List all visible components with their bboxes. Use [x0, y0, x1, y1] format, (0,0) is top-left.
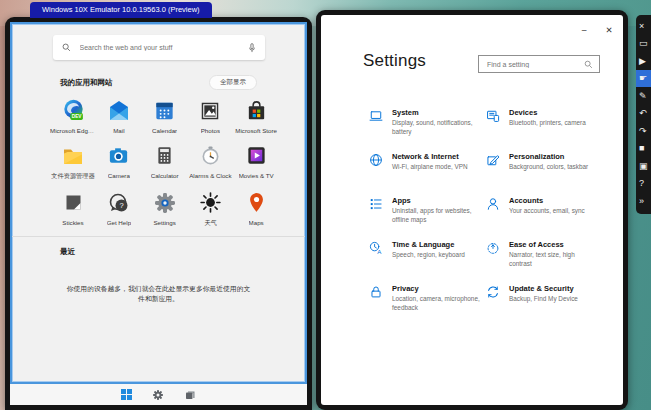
- category-title: Personalization: [509, 152, 588, 161]
- category-desc: Background, colors, taskbar: [509, 163, 588, 172]
- window-controls: – ✕: [578, 25, 615, 35]
- app-tile-settings[interactable]: Settings: [142, 190, 188, 228]
- movies-tv-icon: [244, 143, 269, 168]
- category-privacy[interactable]: Privacy Location, camera, microphone, fe…: [369, 284, 486, 314]
- undo-icon[interactable]: ↶: [636, 105, 651, 123]
- start-menu-panel: 我的应用和网站 全部显示 DEV Microsoft Edge ... Mail…: [10, 22, 307, 384]
- category-apps[interactable]: Apps Uninstall, apps for websites, offli…: [369, 196, 486, 226]
- app-label: 文件资源管理器: [51, 172, 94, 181]
- app-grid: DEV Microsoft Edge ... Mail Calendar Pho…: [50, 98, 279, 228]
- mail-icon: [106, 98, 131, 123]
- hand-pan-icon[interactable]: ☛: [636, 70, 651, 88]
- camera-icon: [106, 143, 131, 168]
- app-tile-file-explorer[interactable]: 文件资源管理器: [50, 143, 96, 181]
- desktop: Windows 10X Emulator 10.0.19563.0 (Previ…: [0, 0, 651, 410]
- app-tile-calendar[interactable]: Calendar: [142, 98, 188, 134]
- redo-icon[interactable]: ↷: [636, 122, 651, 140]
- app-tile-stickies[interactable]: Stickies: [50, 190, 96, 228]
- pen-icon[interactable]: ✎: [636, 87, 651, 105]
- app-tile-store[interactable]: Microsoft Store: [233, 98, 279, 134]
- category-system[interactable]: System Display, sound, notifications, ba…: [369, 108, 486, 138]
- privacy-icon: [369, 285, 383, 299]
- settings-search-input[interactable]: [485, 60, 584, 69]
- category-desc: Uninstall, apps for websites, offline ma…: [392, 207, 480, 224]
- devices-icon: [486, 109, 500, 123]
- settings-window: – ✕ Settings System Display, sound, noti…: [316, 10, 628, 410]
- recent-heading: 最近: [60, 247, 305, 257]
- app-label: Movies & TV: [239, 172, 274, 179]
- start-search-box[interactable]: [53, 35, 265, 60]
- close-icon[interactable]: ✕: [603, 25, 615, 35]
- taskbar-settings-gear-icon[interactable]: [152, 389, 164, 401]
- app-label: Camera: [108, 172, 130, 179]
- app-tile-get-help[interactable]: ? Get Help: [96, 190, 142, 228]
- emulator-title-tab[interactable]: Windows 10X Emulator 10.0.19563.0 (Previ…: [30, 2, 212, 18]
- app-tile-alarms[interactable]: Alarms & Clock: [188, 143, 234, 181]
- category-devices[interactable]: Devices Bluetooth, printers, camera: [486, 108, 601, 138]
- app-tile-camera[interactable]: Camera: [96, 143, 142, 181]
- close-icon[interactable]: ×: [636, 17, 651, 35]
- app-label: 天气: [204, 219, 216, 228]
- category-time-language[interactable]: A Time & Language Speech, region, keyboa…: [369, 240, 486, 270]
- microphone-icon[interactable]: [248, 43, 256, 53]
- app-tile-photos[interactable]: Photos: [188, 98, 234, 134]
- cursor-icon[interactable]: ▶: [636, 52, 651, 70]
- category-desc: Location, camera, microphone, feedback: [392, 295, 480, 312]
- network-icon: [369, 153, 383, 167]
- app-tile-movies[interactable]: Movies & TV: [233, 143, 279, 181]
- settings-search-box[interactable]: [478, 55, 600, 73]
- app-tile-weather[interactable]: 天气: [188, 190, 234, 228]
- time-language-icon: A: [369, 241, 383, 255]
- category-title: Privacy: [392, 284, 480, 293]
- minimize-icon[interactable]: –: [578, 25, 590, 35]
- app-tile-mail[interactable]: Mail: [96, 98, 142, 134]
- app-tile-edge[interactable]: DEV Microsoft Edge ...: [50, 98, 96, 134]
- app-label: Microsoft Edge ...: [50, 127, 96, 134]
- category-title: Time & Language: [392, 240, 465, 249]
- app-label: Get Help: [107, 219, 131, 226]
- start-search-input[interactable]: [78, 43, 248, 52]
- app-label: Mail: [113, 127, 124, 134]
- category-desc: Narrator, text size, high contrast: [509, 251, 597, 268]
- category-update-security[interactable]: Update & Security Backup, Find My Device: [486, 284, 601, 314]
- search-icon: [584, 60, 593, 69]
- crop-icon[interactable]: ▣: [636, 157, 651, 175]
- get-help-icon: ?: [106, 190, 131, 215]
- settings-category-grid: System Display, sound, notifications, ba…: [369, 108, 601, 314]
- category-ease-of-access[interactable]: Ease of Access Narrator, text size, high…: [486, 240, 601, 270]
- window-icon[interactable]: ▭: [636, 35, 651, 53]
- calculator-icon: [152, 143, 177, 168]
- apps-section-header: 我的应用和网站 全部显示: [60, 75, 257, 90]
- show-all-button[interactable]: 全部显示: [209, 75, 257, 90]
- category-desc: Wi-Fi, airplane mode, VPN: [392, 163, 468, 172]
- photos-icon: [198, 98, 223, 123]
- personalization-icon: [486, 153, 500, 167]
- app-tile-calculator[interactable]: Calculator: [142, 143, 188, 181]
- settings-gear-icon: [152, 190, 177, 215]
- category-accounts[interactable]: Accounts Your accounts, email, sync: [486, 196, 601, 226]
- category-network[interactable]: Network & Internet Wi-Fi, airplane mode,…: [369, 152, 486, 182]
- app-label: Settings: [153, 219, 175, 226]
- app-label: Alarms & Clock: [189, 172, 231, 179]
- emulator-taskbar: [10, 384, 307, 405]
- help-icon[interactable]: ?: [636, 175, 651, 193]
- emulator-window: 我的应用和网站 全部显示 DEV Microsoft Edge ... Mail…: [5, 17, 312, 410]
- apps-section-heading: 我的应用和网站: [60, 78, 113, 88]
- category-desc: Display, sound, notifications, battery: [392, 119, 480, 136]
- task-view-icon[interactable]: [184, 389, 196, 401]
- settings-content: – ✕ Settings System Display, sound, noti…: [321, 15, 623, 405]
- start-windows-icon[interactable]: [121, 389, 132, 400]
- emulator-side-toolbar: × ▭ ▶ ☛ ✎ ↶ ↷ ■ ▣ ? »: [636, 15, 651, 214]
- fill-square-icon[interactable]: ■: [636, 140, 651, 158]
- apps-icon: [369, 197, 383, 211]
- category-personalization[interactable]: Personalization Background, colors, task…: [486, 152, 601, 182]
- app-label: Calculator: [151, 172, 179, 179]
- app-label: Calendar: [152, 127, 177, 134]
- recent-empty-message: 你使用的设备越多，我们就会在此处显示更多你最近使用的文件和新应用。: [64, 284, 254, 304]
- svg-text:A: A: [377, 248, 382, 255]
- more-icon[interactable]: »: [636, 192, 651, 210]
- category-title: System: [392, 108, 480, 117]
- app-tile-maps[interactable]: Maps: [233, 190, 279, 228]
- stickies-icon: [61, 190, 86, 215]
- category-title: Update & Security: [509, 284, 578, 293]
